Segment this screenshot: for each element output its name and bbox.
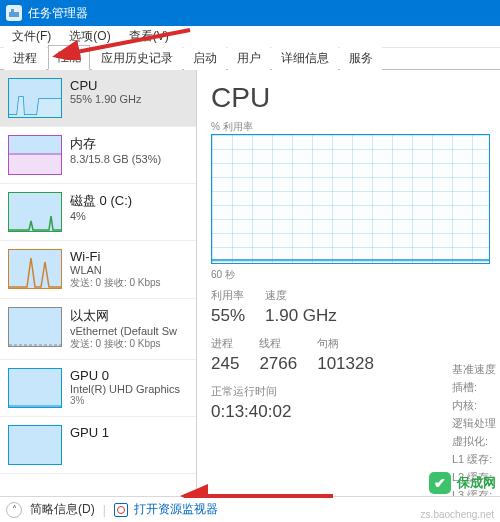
- util-label: % 利用率: [211, 120, 490, 134]
- brand-badge: ✔ 保成网: [429, 472, 496, 494]
- side-title: CPU: [70, 78, 142, 93]
- side-title: Wi-Fi: [70, 249, 161, 264]
- side-title: GPU 0: [70, 368, 180, 383]
- uptime-value: 0:13:40:02: [211, 402, 490, 422]
- tab-应用历史记录[interactable]: 应用历史记录: [92, 46, 182, 70]
- thumb-mem: [8, 135, 62, 175]
- tab-进程[interactable]: 进程: [4, 46, 46, 70]
- stat-句柄: 句柄101328: [317, 336, 374, 374]
- side-title: 以太网: [70, 307, 177, 325]
- tab-性能[interactable]: 性能: [48, 45, 90, 70]
- side-sub: vEthernet (Default Sw: [70, 325, 177, 337]
- sidebar-item-gpu1[interactable]: GPU 1: [0, 417, 196, 474]
- open-resmon-link[interactable]: 打开资源监视器: [114, 501, 218, 518]
- sidebar-item-disk[interactable]: 磁盘 0 (C:)4%: [0, 184, 196, 241]
- tabstrip: 进程性能应用历史记录启动用户详细信息服务: [0, 48, 500, 70]
- collapse-icon[interactable]: ˄: [6, 502, 22, 518]
- side-sub: 8.3/15.8 GB (53%): [70, 153, 161, 165]
- sidebar-item-cpu[interactable]: CPU55% 1.90 GHz: [0, 70, 196, 127]
- watermark: zs.baocheng.net: [421, 509, 494, 520]
- side-sub2: 发送: 0 接收: 0 Kbps: [70, 337, 177, 351]
- svg-rect-1: [11, 9, 14, 12]
- svg-rect-3: [9, 154, 62, 174]
- sidebar-item-wifi[interactable]: Wi-FiWLAN发送: 0 接收: 0 Kbps: [0, 241, 196, 299]
- menu-view[interactable]: 查看(V): [123, 28, 175, 45]
- brand-text: 保成网: [457, 474, 496, 492]
- thumb-gpu1: [8, 425, 62, 465]
- svg-rect-0: [9, 12, 19, 17]
- chart-grid: [212, 135, 489, 263]
- side-title: GPU 1: [70, 425, 109, 440]
- xaxis-label: 60 秒: [211, 268, 490, 282]
- side-sub: 4%: [70, 210, 132, 222]
- detail-title: CPU: [211, 82, 490, 114]
- side-sub: 55% 1.90 GHz: [70, 93, 142, 105]
- tab-服务[interactable]: 服务: [340, 46, 382, 70]
- open-resmon-label: 打开资源监视器: [134, 502, 218, 516]
- thumb-wifi: [8, 249, 62, 289]
- side-title: 磁盘 0 (C:): [70, 192, 132, 210]
- brand-logo-icon: ✔: [429, 472, 451, 494]
- menu-file[interactable]: 文件(F): [6, 28, 57, 45]
- tab-启动[interactable]: 启动: [184, 46, 226, 70]
- sidebar-item-gpu0[interactable]: GPU 0Intel(R) UHD Graphics3%: [0, 360, 196, 417]
- thumb-eth: [8, 307, 62, 347]
- window-titlebar: 任务管理器: [0, 0, 500, 26]
- brief-info-button[interactable]: 简略信息(D): [30, 501, 95, 518]
- uptime-label: 正常运行时间: [211, 384, 490, 399]
- tab-用户[interactable]: 用户: [228, 46, 270, 70]
- thumb-cpu: [8, 78, 62, 118]
- resmon-icon: [114, 503, 128, 517]
- side-sub: Intel(R) UHD Graphics: [70, 383, 180, 395]
- tab-详细信息[interactable]: 详细信息: [272, 46, 338, 70]
- stat-速度: 速度1.90 GHz: [265, 288, 337, 326]
- stat-利用率: 利用率55%: [211, 288, 245, 326]
- side-sub: WLAN: [70, 264, 161, 276]
- menu-options[interactable]: 选项(O): [63, 28, 116, 45]
- window-title: 任务管理器: [28, 5, 88, 22]
- app-icon: [6, 5, 22, 21]
- stat-线程: 线程2766: [259, 336, 297, 374]
- side-sub2: 发送: 0 接收: 0 Kbps: [70, 276, 161, 290]
- sidebar-item-mem[interactable]: 内存8.3/15.8 GB (53%): [0, 127, 196, 184]
- thumb-gpu0: [8, 368, 62, 408]
- sidebar: CPU55% 1.90 GHz内存8.3/15.8 GB (53%)磁盘 0 (…: [0, 70, 197, 496]
- sidebar-item-eth[interactable]: 以太网vEthernet (Default Sw发送: 0 接收: 0 Kbps: [0, 299, 196, 360]
- thumb-disk: [8, 192, 62, 232]
- side-title: 内存: [70, 135, 161, 153]
- side-sub2: 3%: [70, 395, 180, 406]
- stat-进程: 进程245: [211, 336, 239, 374]
- content-panel: CPU % 利用率 60 秒 利用率55%速度1.90 GHz 进程245线程2…: [197, 70, 500, 496]
- cpu-chart: [211, 134, 490, 264]
